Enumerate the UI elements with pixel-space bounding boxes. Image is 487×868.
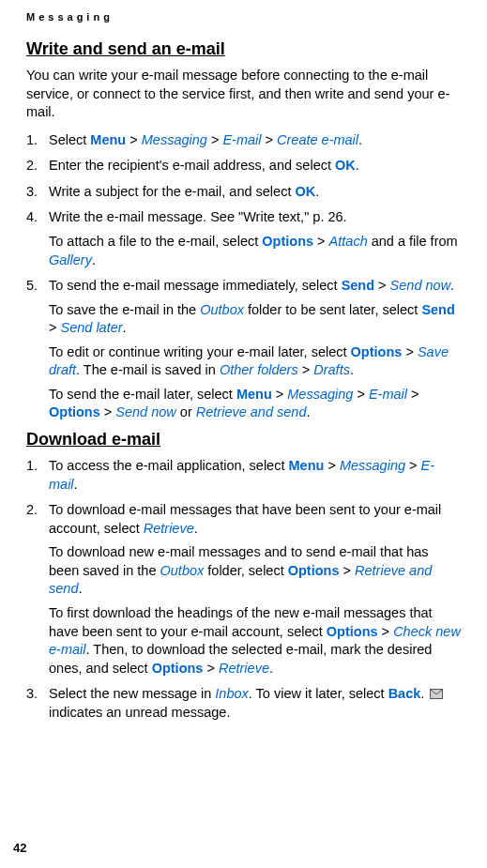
text: or bbox=[176, 404, 196, 419]
options-label: Options bbox=[327, 624, 378, 639]
text: Select the new message in bbox=[49, 686, 215, 701]
text: > bbox=[378, 624, 394, 639]
list-item: To access the e-mail application, select… bbox=[26, 457, 461, 494]
text: > bbox=[313, 234, 329, 249]
menu-label: Menu bbox=[289, 458, 325, 473]
text: > bbox=[402, 344, 418, 359]
send-later-label: Send later bbox=[61, 320, 123, 335]
text: > bbox=[405, 458, 421, 473]
send-now-label: Send now bbox=[390, 278, 451, 293]
sub-paragraph: To attach a file to the e-mail, select O… bbox=[49, 233, 461, 269]
text: > bbox=[261, 132, 277, 147]
send-label: Send bbox=[421, 302, 454, 317]
text: folder to be sent later, select bbox=[244, 302, 421, 317]
sub-paragraph: To edit or continue writing your e-mail … bbox=[49, 343, 461, 380]
text: > bbox=[324, 458, 340, 473]
sub-paragraph: To first download the headings of the ne… bbox=[49, 604, 461, 678]
email-label: E-mail bbox=[222, 132, 261, 147]
email-label: E-mail bbox=[369, 387, 407, 402]
list-item: Write the e-mail message. See "Write tex… bbox=[26, 208, 461, 269]
other-folders-label: Other folders bbox=[220, 362, 298, 377]
text: Select bbox=[49, 132, 90, 147]
inbox-label: Inbox bbox=[215, 686, 248, 701]
ok-label: OK bbox=[335, 158, 356, 173]
text: To save the e-mail in the bbox=[49, 302, 200, 317]
text: > bbox=[100, 404, 116, 419]
ok-label: OK bbox=[295, 184, 315, 199]
retrieve-label: Retrieve bbox=[144, 521, 194, 536]
text: Enter the recipient's e-mail address, an… bbox=[49, 158, 335, 173]
drafts-label: Drafts bbox=[313, 362, 350, 377]
text: > bbox=[207, 132, 223, 147]
text: To attach a file to the e-mail, select bbox=[49, 234, 262, 249]
section-title-download: Download e-mail bbox=[26, 430, 461, 449]
text: . bbox=[74, 477, 78, 492]
menu-label: Menu bbox=[236, 387, 272, 402]
attach-label: Attach bbox=[329, 234, 368, 249]
gallery-label: Gallery bbox=[49, 252, 92, 267]
text: > bbox=[407, 387, 419, 402]
text: indicates an unread message. bbox=[49, 705, 230, 720]
ordered-list-write: Select Menu > Messaging > E-mail > Creat… bbox=[26, 131, 461, 422]
text: . bbox=[78, 581, 82, 596]
text: > bbox=[298, 362, 314, 377]
options-label: Options bbox=[152, 661, 204, 676]
outbox-label: Outbox bbox=[200, 302, 244, 317]
text: > bbox=[126, 132, 142, 147]
list-item: To download e-mail messages that have be… bbox=[26, 501, 461, 678]
text: > bbox=[374, 278, 390, 293]
sub-paragraph: To send the e-mail later, select Menu > … bbox=[49, 386, 461, 422]
text: . To view it later, select bbox=[249, 686, 388, 701]
text: and a file from bbox=[368, 234, 458, 249]
text: Write the e-mail message. See "Write tex… bbox=[49, 209, 347, 224]
text: . bbox=[420, 686, 428, 701]
text: > bbox=[49, 320, 61, 335]
menu-label: Menu bbox=[90, 132, 126, 147]
back-label: Back bbox=[388, 686, 421, 701]
options-label: Options bbox=[262, 234, 313, 249]
create-email-label: Create e-mail bbox=[277, 132, 358, 147]
options-label: Options bbox=[351, 344, 403, 359]
options-label: Options bbox=[49, 404, 100, 419]
text: . bbox=[123, 320, 127, 335]
text: Write a subject for the e-mail, and sele… bbox=[49, 184, 295, 199]
list-item: Select the new message in Inbox. To view… bbox=[26, 685, 461, 723]
ordered-list-download: To access the e-mail application, select… bbox=[26, 457, 461, 723]
text: > bbox=[203, 661, 219, 676]
text: . bbox=[315, 184, 319, 199]
options-label: Options bbox=[288, 563, 340, 578]
list-item: Write a subject for the e-mail, and sele… bbox=[26, 183, 461, 202]
messaging-label: Messaging bbox=[340, 458, 405, 473]
sub-paragraph: To download new e-mail messages and to s… bbox=[49, 543, 461, 599]
outbox-label: Outbox bbox=[160, 563, 205, 578]
text: . bbox=[194, 521, 198, 536]
intro-paragraph: You can write your e-mail message before… bbox=[26, 67, 461, 122]
mail-icon bbox=[430, 686, 443, 705]
page-number: 42 bbox=[13, 841, 26, 855]
messaging-label: Messaging bbox=[142, 132, 207, 147]
messaging-label: Messaging bbox=[287, 387, 353, 402]
text: . bbox=[450, 278, 454, 293]
text: > bbox=[353, 387, 369, 402]
text: . The e-mail is saved in bbox=[76, 362, 220, 377]
text: . bbox=[350, 362, 354, 377]
text: . bbox=[92, 252, 96, 267]
list-item: Select Menu > Messaging > E-mail > Creat… bbox=[26, 131, 461, 150]
header-label: Messaging bbox=[26, 11, 461, 23]
text: . bbox=[306, 404, 310, 419]
text: To edit or continue writing your e-mail … bbox=[49, 344, 351, 359]
text: To access the e-mail application, select bbox=[49, 458, 289, 473]
text: . bbox=[356, 158, 359, 173]
section-title-write: Write and send an e-mail bbox=[26, 39, 461, 59]
text: folder, select bbox=[204, 563, 287, 578]
send-now-label: Send now bbox=[115, 404, 176, 419]
text: To send the e-mail later, select bbox=[49, 387, 236, 402]
send-label: Send bbox=[342, 278, 374, 293]
list-item: To send the e-mail message immediately, … bbox=[26, 277, 461, 422]
text: To download e-mail messages that have be… bbox=[49, 502, 441, 536]
text: > bbox=[340, 563, 356, 578]
text: To send the e-mail message immediately, … bbox=[49, 278, 342, 293]
sub-paragraph: To save the e-mail in the Outbox folder … bbox=[49, 301, 461, 338]
retrieve-label: Retrieve bbox=[219, 661, 269, 676]
retrieve-and-send-label: Retrieve and send bbox=[196, 404, 307, 419]
